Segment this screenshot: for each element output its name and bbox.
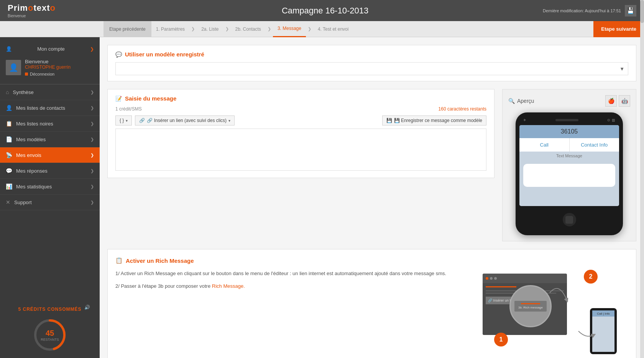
variables-button[interactable]: { } ▾ [115,115,132,125]
ios-device-button[interactable]: 🍎 [605,95,617,107]
rich-image-area: 🔗 Insérer un lien (avec s 3b. Rich messa… [475,270,628,358]
credits-title: 5 CRÉDITS CONSOMMÉS [6,307,94,312]
model-select-container: ▼ [115,62,628,75]
save-template-icon: 💾 [386,118,392,123]
logo-area: Primotexto Bienvenue [8,3,107,18]
account-label: Mon compte [37,46,65,52]
dropdown-arrow: ▾ [126,119,128,123]
step-params[interactable]: 1. Paramètres [151,21,189,37]
step-test[interactable]: 4. Test et envoi [313,21,353,37]
sidebar-item-statistiques[interactable]: 📊 Mes statistiques ❯ [0,179,100,195]
replies-icon: 💬 [6,168,12,174]
main-layout: 👤 Mon compte ❯ 👤 Bienvenue CHRISTOPHE gu… [0,37,644,358]
step-badge-1: 1 [494,333,508,346]
chars-remaining: 160 caractères restants [439,106,486,112]
logout-button[interactable]: Déconnexion [25,72,71,76]
sidebar-item-label: Mes listes noires [16,121,53,127]
android-device-button[interactable]: 🤖 [619,95,630,107]
contact-info-button[interactable]: Contact Info [570,138,619,152]
sidebar-item-envois[interactable]: 📡 Mes envois ❯ [0,147,100,163]
message-section: 📝 Saisie du message 1 crédit/SMS 160 car… [107,89,495,241]
rich-content: 1/ Activer un Rich Message en cliquant s… [115,270,628,358]
vars-icon: { } [120,118,124,123]
credits-text: 45 RESTANTS [41,329,59,342]
phone-number: 36105 [519,125,619,138]
save-template-button[interactable]: 💾 💾 Enregistrer ce message comme modèle [382,115,486,125]
step-arrow-4: ❯ [308,26,311,31]
logout-dot [25,73,28,76]
phone-action-buttons: Call Contact Info [519,138,619,152]
phone-top-bar: ✈ ⊙ ▥ [519,118,619,125]
preview-devices: 🍎 🤖 [605,95,630,107]
user-greeting: Bienvenue [25,59,71,64]
credit-info: 1 crédit/SMS [115,106,142,112]
step-contacts[interactable]: 2b. Contacts [231,21,266,37]
home-button[interactable] [563,213,576,226]
steps-list: 1. Paramètres ❯ 2a. Liste ❯ 2b. Contacts… [151,21,593,37]
blacklist-icon: 📋 [6,120,12,127]
signal-icon: ✈ [523,118,526,122]
credits-circle: 45 RESTANTS [33,318,67,352]
phone-mockup: ✈ ⊙ ▥ 36105 Call Contact Info [516,112,623,235]
rich-message-section: 📋 Activer un Rich Message 1/ Activer un … [107,249,636,358]
rich-message-link[interactable]: Rich Message. [212,283,245,289]
message-input[interactable] [115,129,486,171]
link-dropdown-arrow: ▾ [228,119,230,123]
scrollbar[interactable] [640,37,644,358]
next-step-button[interactable]: Etape suivante [593,21,644,37]
nav-arrow: ❯ [90,121,94,126]
phone-home-area [519,206,619,229]
account-row[interactable]: 👤 Mon compte ❯ [6,43,94,55]
speaker-icon: 🔊 [84,305,90,310]
message-icon: 📝 [115,96,122,102]
sidebar-item-label: Support [14,200,32,205]
wifi-icon: ⊙ [607,118,610,122]
search-icon: 🔍 [508,98,515,104]
contacts-icon: 👤 [6,105,12,111]
rich-icon: 📋 [115,257,123,264]
insert-link-button[interactable]: 🔗 🔗 Insérer un lien (avec suivi des clic… [135,115,235,125]
call-button[interactable]: Call [519,138,570,152]
rich-title: 📋 Activer un Rich Message [115,257,628,264]
home-button-inner [565,216,573,224]
model-section-title: 💬 Utiliser un modèle enregistré [115,51,628,58]
home-icon: ⌂ [6,89,9,95]
step-arrow-3: ❯ [268,26,271,31]
sidebar-item-listes-contacts[interactable]: 👤 Mes listes de contacts ❯ [0,100,100,116]
sidebar-item-synthese[interactable]: ⌂ Synthèse ❯ [0,84,100,100]
prev-step-button[interactable]: Etape précédente [104,21,151,37]
avatar: 👤 [6,60,21,75]
sidebar-item-reponses[interactable]: 💬 Mes réponses ❯ [0,163,100,179]
sidebar-item-label: Mes statistiques [16,184,52,190]
step-badge-2: 2 [584,270,598,284]
save-button[interactable]: 💾 [625,5,636,16]
nav-arrow: ❯ [90,106,94,111]
sidebar-item-listes-noires[interactable]: 📋 Mes listes noires ❯ [0,116,100,132]
rich-paragraph-2: 2/ Passer à l'étape 3b pour composer vot… [115,282,467,290]
nav-arrow: ❯ [90,137,94,142]
rich-text: 1/ Activer un Rich Message en cliquant s… [115,270,467,358]
android-icon: 🤖 [621,98,628,104]
model-select[interactable] [115,62,628,75]
sidebar-item-label: Mes modèles [16,137,46,142]
user-name: CHRISTOPHE guerrin [25,64,71,70]
battery-icon: ▥ [612,118,615,122]
sidebar-item-modeles[interactable]: 📄 Mes modèles ❯ [0,132,100,147]
rich-illustration: 🔗 Insérer un lien (avec s 3b. Rich messa… [475,270,628,358]
account-arrow: ❯ [90,46,94,52]
sidebar-item-label: Mes listes de contacts [16,105,65,111]
logo: Primotexto [8,3,107,13]
toolbar: { } ▾ 🔗 🔗 Insérer un lien (avec suivi de… [115,115,486,125]
step-message[interactable]: 3. Message [273,21,306,37]
nav-arrow: ❯ [90,200,94,205]
message-card: 📝 Saisie du message 1 crédit/SMS 160 car… [107,89,495,178]
support-icon: ✕ [6,199,10,205]
sidebar-item-support[interactable]: ✕ Support ❯ [0,195,100,210]
phone-speaker [555,119,578,121]
user-info: 👤 Bienvenue CHRISTOPHE guerrin Déconnexi… [6,55,94,78]
sidebar-item-label: Mes réponses [16,168,48,174]
step-liste[interactable]: 2a. Liste [197,21,223,37]
nav-arrow: ❯ [90,153,94,158]
step-arrow-2: ❯ [225,26,229,31]
sends-icon: 📡 [6,152,12,158]
